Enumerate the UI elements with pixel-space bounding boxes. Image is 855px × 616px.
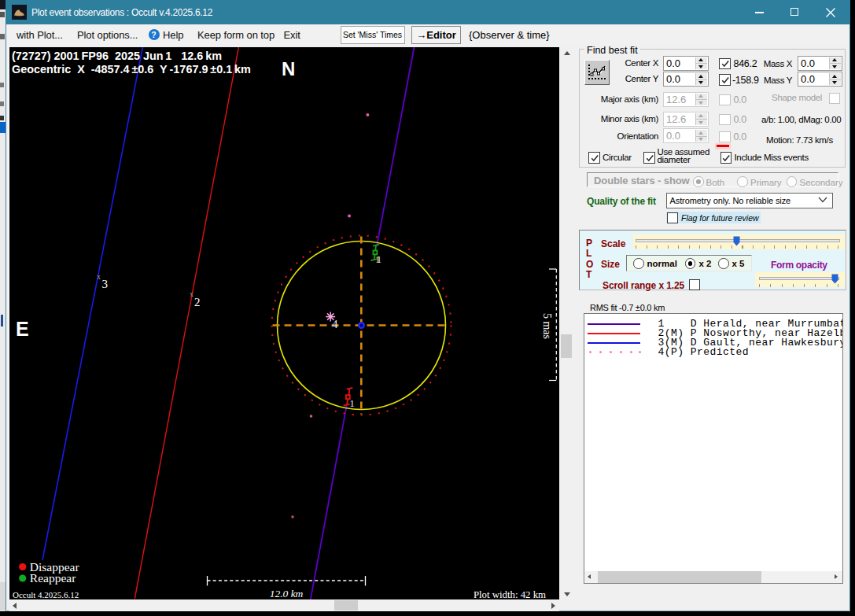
svg-text:N: N [282,58,295,79]
svg-text:Reappear: Reappear [30,571,76,585]
svg-text:3: 3 [102,278,109,290]
svg-text:x: x [190,290,193,298]
svg-text:Geocentric X -4857.4 ±0.6 Y: Geocentric X -4857.4 ±0.6 Y -1767.9 ±0.1… [12,63,251,76]
svg-text:1: 1 [376,253,381,265]
svg-text:(72727) 2001 FP96 2025 Jun 1: (72727) 2001 FP96 2025 Jun 1 12.6 km [12,50,222,62]
svg-text:Occult 4.2025.6.12: Occult 4.2025.6.12 [13,590,79,599]
svg-text:E: E [16,318,29,340]
svg-text:12.0 km: 12.0 km [270,588,304,599]
svg-text:Plot width: 42 km: Plot width: 42 km [474,589,546,600]
svg-text:x: x [97,272,101,281]
svg-text:1: 1 [349,397,355,409]
svg-text:2: 2 [194,296,201,308]
svg-text:4: 4 [332,318,338,330]
svg-text:5 mas: 5 mas [541,313,553,339]
